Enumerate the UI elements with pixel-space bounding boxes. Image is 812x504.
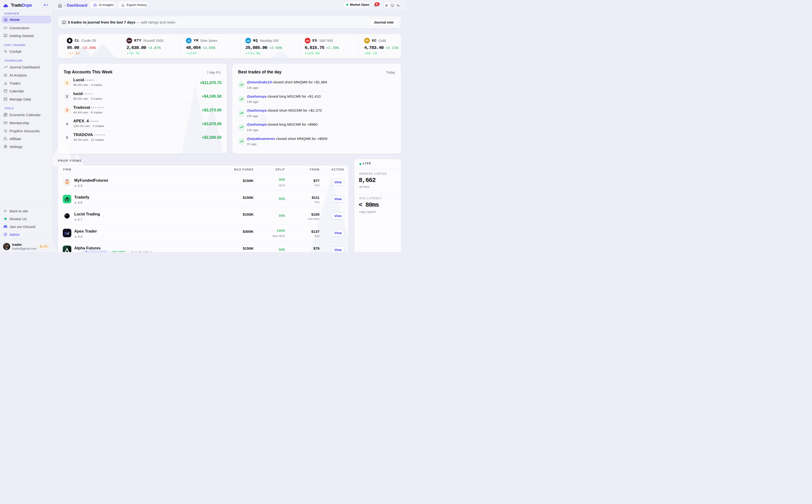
- svg-text:100: 100: [247, 40, 250, 42]
- svg-text:500: 500: [306, 40, 309, 42]
- svg-text:30: 30: [188, 40, 190, 42]
- svg-text:2000: 2000: [128, 40, 131, 42]
